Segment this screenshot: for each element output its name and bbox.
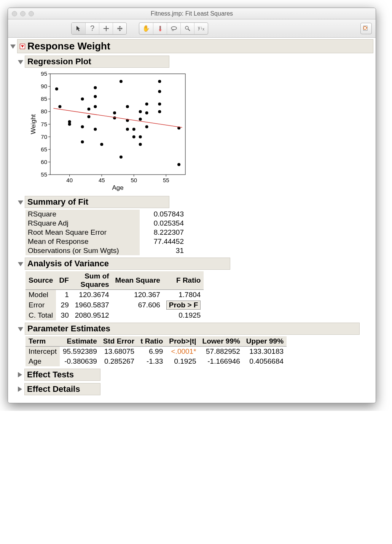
cell: 0.1925	[166, 356, 199, 366]
zoom-window-button[interactable]	[29, 11, 34, 16]
data-point[interactable]	[87, 115, 90, 118]
disclosure-icon[interactable]	[18, 60, 23, 64]
disclosure-icon[interactable]	[18, 200, 23, 205]
app-window: Fitness.jmp: Fit Least Squares ? ✋	[8, 8, 376, 403]
data-point[interactable]	[132, 135, 135, 138]
response-header[interactable]: Response Weight	[17, 39, 373, 53]
data-point[interactable]	[55, 87, 58, 91]
disclosure-icon[interactable]	[10, 45, 16, 49]
cell: C. Total	[25, 310, 56, 320]
data-point[interactable]	[87, 108, 90, 111]
effect-tests-header[interactable]: Effect Tests	[24, 369, 100, 381]
data-point[interactable]	[81, 140, 84, 143]
summary-value: 0.057843	[140, 210, 185, 219]
regression-plot-header[interactable]: Regression Plot	[25, 56, 169, 68]
cell: 1.7804	[163, 290, 204, 300]
cell: Intercept	[25, 347, 60, 357]
data-point[interactable]	[145, 111, 148, 115]
data-point[interactable]	[132, 128, 135, 131]
cell: 29	[56, 300, 72, 310]
summary-value: 0.025354	[140, 219, 185, 228]
data-point[interactable]	[145, 103, 148, 106]
cell: 1	[56, 290, 72, 300]
zoom-tool-icon[interactable]	[180, 23, 194, 34]
x-tick-label: 45	[99, 177, 105, 183]
summary-row: Mean of Response77.44452	[25, 237, 373, 246]
summary-of-fit-header[interactable]: Summary of Fit	[25, 196, 169, 208]
data-point[interactable]	[120, 156, 123, 159]
data-point[interactable]	[94, 128, 97, 131]
data-point[interactable]	[68, 123, 71, 126]
cell	[112, 310, 163, 320]
hotspot-icon[interactable]	[20, 44, 25, 49]
arrow-tool-icon[interactable]	[72, 23, 85, 34]
anova-table: SourceDFSum of SquaresMean SquareF Ratio…	[25, 271, 204, 320]
data-point[interactable]	[139, 143, 142, 146]
data-point[interactable]	[158, 80, 161, 83]
summary-row: Observations (or Sum Wgts)31	[25, 246, 373, 255]
data-point[interactable]	[158, 110, 161, 113]
data-point[interactable]	[81, 125, 84, 128]
data-point[interactable]	[94, 86, 97, 89]
data-point[interactable]	[139, 135, 142, 138]
response-outline: Response Weight	[10, 39, 373, 53]
cell: 95.592389	[60, 347, 100, 357]
minimize-window-button[interactable]	[20, 11, 25, 16]
disclosure-icon[interactable]	[18, 372, 22, 377]
data-point[interactable]	[120, 80, 123, 83]
data-point[interactable]	[145, 125, 148, 128]
summary-value: 77.44452	[140, 237, 185, 246]
crosshair-tool-icon[interactable]	[99, 23, 113, 34]
window-title: Fitness.jmp: Fit Least Squares	[8, 10, 376, 17]
data-point[interactable]	[158, 103, 161, 106]
data-point[interactable]	[177, 163, 180, 166]
summary-value: 8.222307	[140, 228, 185, 237]
col-ss: Sum of Squares	[72, 271, 112, 290]
regression-plot[interactable]: 55606570758085909540455055AgeWeight	[29, 70, 373, 193]
data-point[interactable]	[113, 116, 116, 119]
parameter-estimates-header[interactable]: Parameter Estimates	[25, 323, 360, 335]
y-tick-label: 60	[41, 159, 47, 165]
data-point[interactable]	[139, 110, 142, 113]
close-window-button[interactable]	[12, 11, 17, 16]
titlebar: Fitness.jmp: Fit Least Squares	[8, 8, 376, 19]
data-point[interactable]	[81, 97, 84, 100]
section-title: Analysis of Variance	[27, 259, 109, 269]
brush-tool-icon[interactable]	[153, 23, 167, 34]
data-point[interactable]	[58, 105, 61, 108]
disclosure-icon[interactable]	[18, 327, 23, 331]
data-point[interactable]	[139, 118, 142, 121]
data-point[interactable]	[126, 128, 129, 131]
svg-rect-0	[159, 26, 161, 29]
svg-line-4	[188, 29, 190, 31]
col-df: DF	[56, 271, 72, 290]
data-point[interactable]	[113, 111, 116, 115]
cell: 13.68075	[100, 347, 137, 357]
data-point[interactable]	[126, 105, 129, 108]
data-point[interactable]	[158, 90, 161, 93]
col-header: Prob>|t|	[166, 336, 199, 347]
cell: 67.606	[112, 300, 163, 310]
cell: Age	[25, 356, 60, 366]
data-point[interactable]	[94, 95, 97, 98]
lasso-tool-icon[interactable]	[167, 23, 180, 34]
axis-label-tool-icon[interactable]: y↓x	[194, 23, 208, 34]
rerun-script-button[interactable]	[360, 23, 372, 34]
disclosure-icon[interactable]	[18, 387, 22, 392]
grab-tool-icon[interactable]: ✋	[139, 23, 153, 34]
help-tool-icon[interactable]: ?	[85, 23, 99, 34]
scatter-chart[interactable]: 55606570758085909540455055AgeWeight	[29, 70, 189, 192]
section-title: Effect Details	[27, 384, 80, 394]
toolbar: ? ✋ y↓x	[8, 19, 376, 38]
summary-row: Root Mean Square Error8.222307	[25, 228, 373, 237]
disclosure-icon[interactable]	[18, 262, 23, 266]
data-point[interactable]	[100, 143, 103, 146]
cell: Model	[25, 290, 56, 300]
data-point[interactable]	[94, 105, 97, 108]
cell: 57.882952	[199, 347, 243, 357]
col-f: F Ratio	[163, 271, 204, 290]
anova-header[interactable]: Analysis of Variance	[25, 258, 230, 270]
move-tool-icon[interactable]	[113, 23, 126, 34]
y-tick-label: 70	[41, 134, 47, 140]
effect-details-header[interactable]: Effect Details	[24, 383, 100, 395]
